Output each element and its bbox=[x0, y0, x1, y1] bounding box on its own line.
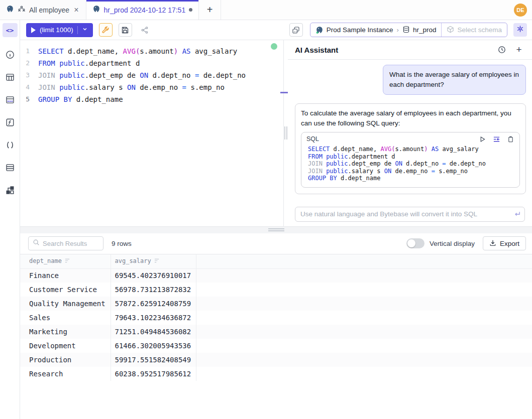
column-header-avg_salary[interactable]: avg_salary bbox=[111, 254, 196, 268]
export-button[interactable]: Export bbox=[483, 236, 526, 250]
cell-dept-name: Research bbox=[20, 367, 111, 381]
user-avatar[interactable]: DE bbox=[514, 4, 527, 17]
cell-empty bbox=[196, 339, 532, 353]
cell-avg-salary: 71251.049484536082 bbox=[111, 325, 196, 339]
table-2-icon[interactable] bbox=[6, 163, 15, 172]
instance-name: Prod Sample Instance bbox=[327, 26, 393, 34]
postgres-elephant-icon bbox=[6, 5, 14, 15]
assistant-answer-text: To calculate the average salary of emplo… bbox=[301, 108, 520, 128]
copy-icon[interactable] bbox=[506, 135, 514, 143]
add-tab-button[interactable]: + bbox=[199, 0, 221, 20]
cell-empty bbox=[196, 325, 532, 339]
format-wrench-button[interactable] bbox=[99, 23, 113, 37]
sql-line: 2FROM public.department d bbox=[20, 57, 283, 69]
cell-avg-salary: 57872.625912408759 bbox=[111, 297, 196, 311]
run-button-divider bbox=[77, 26, 78, 34]
code-editor-toggle-icon[interactable]: <> bbox=[3, 23, 18, 37]
line-number: 4 bbox=[20, 81, 38, 93]
return-key-icon bbox=[513, 210, 521, 220]
cell-dept-name: Quality Management bbox=[20, 297, 111, 311]
table-row[interactable]: Customer Service56978.731213872832 bbox=[20, 283, 532, 297]
table-data-icon[interactable] bbox=[6, 95, 15, 104]
tab-label: hr_prod 2024-10-12 17:51 bbox=[104, 6, 186, 14]
table-row[interactable]: Production59917.551582408549 bbox=[20, 353, 532, 367]
sql-editor[interactable]: 1SELECT d.dept_name, AVG(s.amount) AS av… bbox=[20, 40, 283, 226]
editor-toolbar: (limit 1000) bbox=[20, 20, 532, 40]
table-row[interactable]: Finance69545.402376910017 bbox=[20, 268, 532, 283]
sql-code-block: SQL bbox=[301, 132, 520, 188]
download-icon bbox=[489, 239, 496, 248]
save-sheet-button[interactable] bbox=[119, 23, 132, 37]
ai-prompt-input[interactable] bbox=[295, 207, 525, 222]
schema-flow-icon[interactable] bbox=[6, 186, 15, 195]
history-clock-icon[interactable] bbox=[496, 44, 508, 56]
code-block-language-label: SQL bbox=[306, 135, 319, 143]
ai-assistant-panel: AI Assistant + What is the average salar… bbox=[288, 40, 532, 226]
splitter-grip-icon bbox=[285, 126, 287, 139]
run-query-button[interactable]: (limit 1000) bbox=[26, 23, 93, 37]
sql-line: FROM public.department d bbox=[308, 153, 514, 161]
horizontal-splitter[interactable] bbox=[20, 226, 532, 233]
vertical-display-toggle[interactable] bbox=[406, 238, 424, 248]
brackets-icon[interactable] bbox=[6, 141, 15, 150]
table-row[interactable]: Marketing71251.049484536082 bbox=[20, 325, 532, 339]
play-icon bbox=[31, 27, 36, 33]
batch-query-button[interactable] bbox=[289, 23, 303, 37]
tab-all-employee[interactable]: All employee × bbox=[0, 0, 86, 20]
sort-icon[interactable] bbox=[65, 258, 70, 265]
cell-dept-name: Production bbox=[20, 353, 111, 367]
table-row[interactable]: Development61466.302005943536 bbox=[20, 339, 532, 353]
table-row[interactable]: Research60238.952517985612 bbox=[20, 367, 532, 381]
results-table: dept_nameavg_salary Finance69545.4023769… bbox=[20, 254, 532, 381]
table-row[interactable]: Quality Management57872.625912408759 bbox=[20, 297, 532, 311]
scrollbar-thumb[interactable] bbox=[280, 92, 288, 93]
cell-avg-salary: 59917.551582408549 bbox=[111, 353, 196, 367]
vertical-display-label: Vertical display bbox=[430, 240, 475, 247]
ai-assistant-header: AI Assistant + bbox=[288, 40, 532, 60]
postgres-elephant-icon bbox=[315, 26, 324, 34]
cell-empty bbox=[196, 311, 532, 325]
new-chat-plus-icon[interactable]: + bbox=[513, 44, 525, 56]
cell-empty bbox=[196, 268, 532, 283]
cell-dept-name: Customer Service bbox=[20, 283, 111, 297]
search-results-box[interactable] bbox=[28, 236, 103, 250]
user-message-bubble: What is the average salary of employees … bbox=[383, 65, 526, 95]
search-icon bbox=[33, 239, 40, 248]
chevron-right-icon: › bbox=[396, 26, 399, 34]
assistant-message: To calculate the average salary of emplo… bbox=[295, 103, 526, 194]
share-button[interactable] bbox=[138, 23, 152, 37]
cell-dept-name: Development bbox=[20, 339, 111, 353]
sort-icon[interactable] bbox=[154, 258, 160, 265]
table-icon[interactable] bbox=[6, 73, 15, 82]
postgres-elephant-icon bbox=[92, 5, 100, 15]
sql-line: 1SELECT d.dept_name, AVG(s.amount) AS av… bbox=[20, 45, 283, 57]
cell-avg-salary: 61466.302005943536 bbox=[111, 339, 196, 353]
unsaved-dot bbox=[189, 8, 192, 12]
cell-empty bbox=[196, 297, 532, 311]
line-number: 2 bbox=[20, 57, 38, 69]
cell-dept-name: Marketing bbox=[20, 325, 111, 339]
cell-dept-name: Sales bbox=[20, 311, 111, 325]
database-selector[interactable]: Prod Sample Instance › hr_prod bbox=[310, 23, 442, 37]
results-panel: 9 rows Vertical display Export dept_name… bbox=[20, 233, 532, 419]
column-header-dept_name[interactable]: dept_name bbox=[20, 254, 111, 268]
sql-line: 5GROUP BY d.dept_name bbox=[20, 93, 283, 105]
run-code-icon[interactable] bbox=[478, 135, 486, 143]
table-row[interactable]: Sales79643.102234636872 bbox=[20, 311, 532, 325]
tab-label: All employee bbox=[29, 6, 69, 14]
tab-hr-prod[interactable]: hr_prod 2024-10-12 17:51 bbox=[86, 0, 199, 20]
sql-line: JOIN public.salary s ON de.emp_no = s.em… bbox=[308, 168, 514, 175]
insert-into-editor-icon[interactable] bbox=[492, 135, 500, 143]
vertical-splitter[interactable] bbox=[283, 40, 288, 226]
close-icon[interactable]: × bbox=[73, 6, 79, 14]
info-icon[interactable] bbox=[6, 50, 15, 59]
people-icon bbox=[18, 5, 26, 15]
cell-avg-salary: 60238.952517985612 bbox=[111, 367, 196, 381]
function-icon[interactable] bbox=[6, 118, 15, 127]
schema-selector[interactable]: Select schema bbox=[441, 23, 507, 37]
ai-assistant-title: AI Assistant bbox=[295, 46, 338, 54]
search-results-input[interactable] bbox=[43, 240, 99, 247]
openai-assistant-button[interactable] bbox=[513, 23, 527, 37]
line-number: 1 bbox=[20, 45, 38, 57]
tab-bar: All employee × hr_prod 2024-10-12 17:51 … bbox=[0, 0, 532, 20]
